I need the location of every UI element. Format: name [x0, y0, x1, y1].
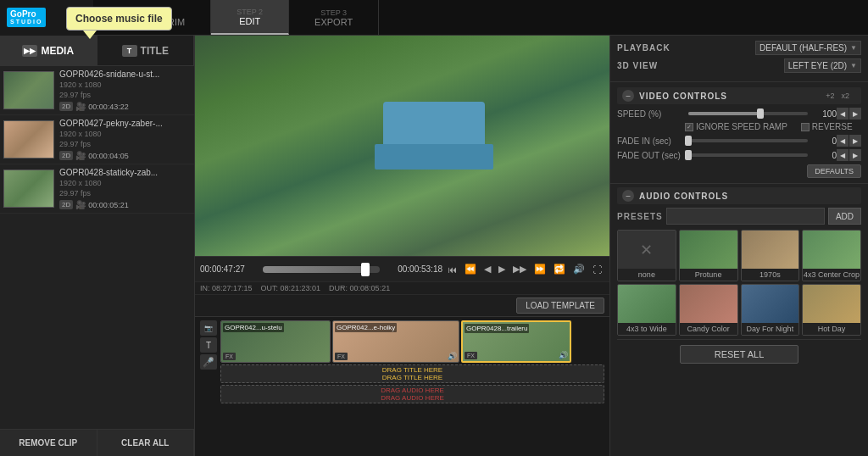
ignore-speed-item[interactable]: ✓ IGNORE SPEED RAMP	[685, 122, 787, 131]
media-info-1: GOPR0426-snidane-u-st... 1920 x 1080 29.…	[54, 70, 191, 111]
fadeout-row: FADE OUT (sec) 0 ◀ ▶	[617, 149, 861, 161]
presets-input[interactable]	[666, 208, 825, 225]
media-info-2: GOPR0427-pekny-zaber-... 1920 x 1080 29.…	[54, 119, 191, 160]
skip-back-button[interactable]: ⏮	[445, 263, 459, 276]
preset-label-daynight: Day For Night	[742, 323, 799, 335]
step-3-num: STEP 3	[320, 8, 347, 17]
clip-audio-icon-3: 🔊	[559, 351, 568, 359]
preset-wide[interactable]: 4x3 to Wide	[617, 284, 676, 336]
audio-controls-collapse[interactable]: –	[622, 190, 634, 202]
speed-arrows: ◀ ▶	[837, 108, 861, 120]
timeline-left-icons: 📷 T 🎤	[200, 320, 219, 453]
add-preset-button[interactable]: ADD	[828, 208, 861, 225]
view3d-dropdown[interactable]: LEFT EYE (2D) ▼	[784, 58, 861, 73]
remove-clip-button[interactable]: REMOVE CLIP	[0, 430, 97, 456]
ignore-speed-checkbox[interactable]: ✓	[685, 123, 693, 131]
step-back-button[interactable]: ⏪	[462, 262, 479, 276]
clip-label-3: GOPR0428...traileru	[465, 324, 529, 333]
preset-1970s[interactable]: 1970s	[741, 230, 800, 281]
prev-frame-button[interactable]: ◀	[481, 262, 493, 276]
step-3[interactable]: STEP 3 EXPORT	[289, 0, 379, 35]
speed-increase[interactable]: ▶	[849, 108, 861, 120]
loop-button[interactable]: 🔁	[551, 262, 568, 276]
end-time: 00:00:53:18	[387, 264, 442, 274]
media-item[interactable]: GOPR0427-pekny-zaber-... 1920 x 1080 29.…	[0, 115, 194, 164]
audio-controls-header: – AUDIO CONTROLS	[617, 187, 861, 204]
reset-all-button[interactable]: RESET ALL	[680, 345, 799, 364]
load-template-button[interactable]: LOAD TEMPLATE	[516, 298, 604, 314]
speed-decrease[interactable]: ◀	[837, 108, 849, 120]
view3d-label: 3D VIEW	[617, 61, 658, 70]
media-item[interactable]: GOPR0426-snidane-u-st... 1920 x 1080 29.…	[0, 66, 194, 115]
reverse-checkbox[interactable]	[801, 123, 810, 131]
preset-none[interactable]: ✕ none	[617, 230, 676, 281]
tl-title-icon[interactable]: T	[200, 337, 217, 353]
tab-media[interactable]: ▶▶ MEDIA	[0, 36, 97, 65]
reverse-item[interactable]: REVERSE	[801, 122, 853, 131]
reverse-label: REVERSE	[812, 122, 853, 131]
title-drag-track-1[interactable]: DRAG TITLE HERE DRAG TITLE HERE	[220, 364, 604, 383]
right-panel: PLAYBACK DEFAULT (HALF-RES) ▼ 3D VIEW LE…	[609, 36, 868, 456]
volume-button[interactable]: 🔊	[570, 262, 587, 276]
clips-track: GOPR042...u-stelu FX GOPR042...e-holky F…	[220, 320, 604, 363]
steps-nav: STEP 1 VIEW & TRIM STEP 2 EDIT STEP 3 EX…	[102, 0, 868, 35]
clip-fx-1[interactable]: FX	[223, 353, 236, 360]
speed-label: SPEED (%)	[617, 109, 685, 119]
clip-fx-3[interactable]: FX	[465, 352, 477, 359]
bottom-buttons: REMOVE CLIP CLEAR ALL	[0, 429, 194, 456]
clip-item-2[interactable]: GOPR042...e-holky FX 🔊	[332, 320, 459, 363]
preset-label-1970s: 1970s	[742, 269, 799, 281]
ignore-speed-label: IGNORE SPEED RAMP	[696, 122, 787, 131]
preset-label-wide: 4x3 to Wide	[618, 323, 676, 335]
play-button[interactable]: ▶	[496, 262, 508, 276]
fadeout-decrease[interactable]: ◀	[837, 149, 849, 161]
defaults-button[interactable]: DEFAULTS	[807, 164, 861, 178]
clip-item-1[interactable]: GOPR042...u-stelu FX	[220, 320, 331, 363]
clear-all-button[interactable]: CLEAR ALL	[97, 430, 195, 456]
clip-label-2: GOPR042...e-holky	[335, 323, 397, 332]
preset-daynight[interactable]: Day For Night	[741, 284, 800, 336]
fadeout-slider[interactable]	[688, 153, 808, 157]
next-frame-button[interactable]: ▶▶	[510, 262, 529, 276]
step-2[interactable]: STEP 2 EDIT	[211, 0, 289, 35]
timeline-area: 📷 T 🎤 GOPR042...u-stelu FX	[195, 316, 609, 456]
timeline-slider[interactable]	[263, 266, 380, 273]
badge-cam-2: 🎥	[75, 151, 86, 160]
media-fps-3: 29.97 fps	[59, 189, 191, 197]
timeline-progress	[263, 266, 365, 273]
playback-dropdown[interactable]: DEFAULT (HALF-RES) ▼	[755, 41, 861, 55]
fullscreen-button[interactable]: ⛶	[590, 263, 604, 276]
left-panel: ▶▶ MEDIA T TITLE GOPR0426-snidane-u-st..…	[0, 36, 195, 456]
preset-center-crop[interactable]: 4x3 Center Crop	[802, 230, 861, 281]
media-dur-1: 00:00:43:22	[88, 103, 129, 111]
preset-label-protune: Protune	[680, 269, 737, 281]
preset-protune[interactable]: Protune	[679, 230, 738, 281]
skip-forward-button[interactable]: ⏩	[531, 262, 548, 276]
presets-row: PRESETS ADD	[617, 208, 861, 225]
preset-hotday[interactable]: Hot Day	[802, 284, 861, 336]
tl-video-icon[interactable]: 📷	[200, 320, 217, 336]
clip-fx-2[interactable]: FX	[335, 353, 348, 360]
tab-title[interactable]: T TITLE	[97, 36, 195, 65]
preset-thumb-1970s	[742, 231, 799, 269]
fadein-decrease[interactable]: ◀	[837, 135, 849, 147]
media-badges-2: 2D 🎥 00:00:04:05	[59, 150, 191, 160]
tooltip-box: Choose music file	[66, 7, 172, 31]
audio-drag-track[interactable]: DRAG AUDIO HERE DRAG AUDIO HERE	[220, 385, 604, 403]
video-controls-section: – VIDEO CONTROLS +2 x2 SPEED (%) 100 ◀ ▶	[610, 82, 868, 184]
tl-mic-icon[interactable]: 🎤	[200, 354, 217, 370]
speed-slider[interactable]	[688, 112, 808, 115]
fadein-increase[interactable]: ▶	[849, 135, 861, 147]
badge-2d-3: 2D	[59, 200, 73, 209]
fadeout-increase[interactable]: ▶	[849, 149, 861, 161]
view3d-value: LEFT EYE (2D)	[788, 61, 847, 70]
media-item[interactable]: GOPR0428-staticky-zab... 1920 x 1080 29.…	[0, 164, 194, 214]
video-controls-collapse[interactable]: –	[622, 90, 634, 102]
fadein-slider[interactable]	[688, 139, 808, 142]
clip-item-3[interactable]: GOPR0428...traileru FX 🔊	[461, 320, 571, 363]
preset-candy[interactable]: Candy Color	[679, 284, 738, 336]
media-thumb-2	[3, 120, 54, 158]
playback-section: PLAYBACK DEFAULT (HALF-RES) ▼ 3D VIEW LE…	[610, 36, 868, 82]
fadeout-thumb	[685, 150, 692, 160]
preset-thumb-none: ✕	[618, 231, 676, 269]
